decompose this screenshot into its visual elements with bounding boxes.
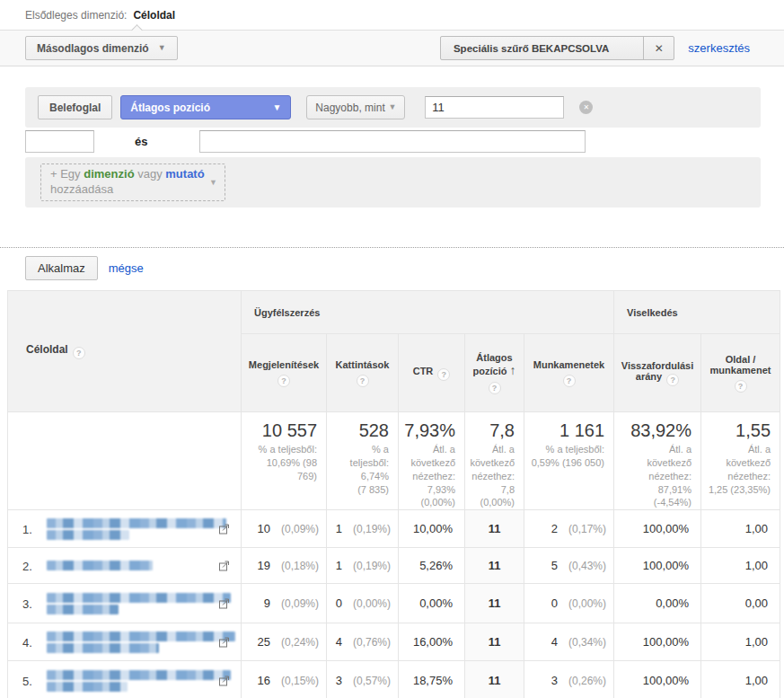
pages-per-session-label: Oldal / munkamenet (703, 354, 778, 376)
help-icon[interactable]: ? (735, 380, 747, 393)
sort-ascending-icon: ↑ (509, 363, 515, 377)
column-header-landing-page[interactable]: Céloldal? (8, 291, 242, 412)
impressions-cell: 25(0,24%) (242, 623, 327, 661)
group-header-acquisition: Ügyfélszerzés (242, 291, 614, 334)
clicks-value: 0 (336, 596, 342, 610)
apply-button[interactable]: Alkalmaz (25, 256, 98, 280)
help-icon[interactable]: ? (73, 347, 85, 359)
bounce-rate-cell: 100,00% (614, 548, 701, 584)
sessions-cell: 4(0,34%) (524, 623, 614, 661)
redacted-landing-page-link[interactable] (47, 632, 210, 653)
column-header-ctr[interactable]: CTR? (399, 334, 465, 412)
summary-impressions-value: 10 557 (245, 420, 317, 441)
edit-filter-link[interactable]: szerkesztés (688, 41, 750, 55)
avg-position-cell: 11 (465, 661, 524, 698)
summary-impressions-sub: % a teljesből: 10,69% (98 769) (245, 443, 317, 483)
primary-dimension-label: Elsődleges dimenzió: (25, 9, 127, 22)
sessions-pct: (0,34%) (558, 636, 606, 649)
group-header-behavior: Viselkedés (614, 291, 780, 334)
landing-page-cell: 1. (8, 510, 242, 548)
summary-ctr-value: 7,93% (402, 420, 455, 441)
impressions-value: 19 (258, 559, 270, 572)
group-header-row: Céloldal? Ügyfélszerzés Viselkedés (8, 291, 780, 334)
open-in-new-icon[interactable] (218, 523, 230, 535)
summary-avg-position-value: 7,8 (469, 420, 515, 441)
open-in-new-icon[interactable] (218, 636, 230, 648)
metric-select[interactable]: Átlagos pozíció ▼ (120, 95, 291, 119)
summary-clicks: 528 % a teljesből: 6,74% (7 835) (327, 412, 399, 510)
secondary-dimension-button[interactable]: Másodlagos dimenzió ▼ (25, 36, 178, 60)
avg-position-label-wrap: Átlagos pozíció↑ (467, 352, 522, 377)
column-header-clicks[interactable]: Kattintások ? (327, 334, 399, 412)
operator-select[interactable]: Nagyobb, mint ▼ (306, 95, 405, 119)
sessions-cell: 2(0,17%) (524, 510, 614, 548)
help-icon[interactable]: ? (437, 368, 450, 381)
help-icon[interactable]: ? (666, 374, 679, 386)
bounce-rate-cell: 100,00% (614, 623, 701, 661)
table-row: 2. 19(0,18%) 1(0,19%) 5,26% 11 5(0,43%) … (8, 548, 780, 584)
chevron-down-icon: ▼ (158, 44, 166, 52)
summary-sessions: 1 161 % a teljesből: 0,59% (196 050) (524, 412, 614, 510)
primary-dimension-value[interactable]: Céloldal (133, 9, 175, 22)
column-header-pages-per-session[interactable]: Oldal / munkamenet ? (701, 334, 780, 412)
row-number: 2. (22, 559, 32, 572)
redacted-landing-page-link[interactable] (47, 561, 210, 570)
include-button[interactable]: Belefoglal (38, 95, 112, 119)
sessions-pct: (0,17%) (558, 523, 606, 535)
summary-sessions-sub: % a teljesből: 0,59% (196 050) (528, 443, 604, 470)
clicks-cell: 3(0,57%) (327, 661, 399, 698)
summary-pps-value: 1,55 (705, 420, 771, 441)
open-in-new-icon[interactable] (218, 560, 230, 571)
column-header-avg-position[interactable]: Átlagos pozíció↑ ? (465, 334, 524, 412)
help-icon[interactable]: ? (357, 375, 369, 387)
summary-impressions: 10 557 % a teljesből: 10,69% (98 769) (242, 412, 327, 510)
summary-pps-sub: Átl. a következő nézethez: 1,25 (23,35%) (705, 443, 771, 496)
impressions-pct: (0,24%) (270, 636, 319, 649)
ctr-cell: 0,00% (399, 584, 465, 623)
redacted-landing-page-link[interactable] (47, 593, 210, 614)
clicks-value: 1 (336, 559, 342, 572)
open-in-new-icon[interactable] (218, 675, 230, 686)
add-prefix: + Egy (50, 167, 81, 181)
ctr-cell: 10,00% (399, 510, 465, 548)
summary-empty-cell (8, 412, 242, 510)
cancel-link[interactable]: mégse (109, 261, 144, 275)
help-icon[interactable]: ? (563, 375, 576, 387)
secondary-dimension-label: Másodlagos dimenzió (37, 42, 149, 55)
clear-filter-icon[interactable]: ✕ (579, 101, 593, 114)
pages-per-session-cell: 1,00 (701, 510, 780, 548)
sessions-cell: 3(0,26%) (524, 661, 614, 698)
redacted-landing-page-link[interactable] (47, 670, 210, 692)
add-dimension-metric-button[interactable]: + Egy dimenzió vagy mutató hozzáadása ▼ (40, 163, 225, 201)
pages-per-session-cell: 0,00 (701, 584, 780, 623)
filter-condition-row: Belefoglal Átlagos pozíció ▼ Nagyobb, mi… (25, 87, 761, 128)
sessions-value: 0 (551, 596, 558, 610)
and-left-input[interactable] (25, 130, 94, 153)
summary-ctr-sub: Átl. a következő nézethez: 7,93% (0,00%) (402, 443, 455, 509)
and-right-input[interactable] (199, 130, 586, 153)
impressions-cell: 9(0,09%) (242, 584, 327, 623)
add-condition-panel: + Egy dimenzió vagy mutató hozzáadása ▼ (25, 157, 761, 208)
sessions-pct: (0,26%) (558, 675, 606, 687)
help-icon[interactable]: ? (489, 382, 501, 394)
remove-filter-button[interactable]: ✕ (643, 37, 674, 59)
open-in-new-icon[interactable] (218, 597, 230, 609)
filter-value-input[interactable] (425, 96, 564, 119)
redacted-landing-page-link[interactable] (47, 518, 210, 540)
summary-avg-position: 7,8 Átl. a következő nézethez: 7,8 (0,00… (465, 412, 524, 510)
column-header-sessions[interactable]: Munkamenetek ? (524, 334, 614, 412)
impressions-cell: 16(0,15%) (242, 661, 327, 698)
avg-position-label: Átlagos pozíció (473, 352, 513, 376)
add-dimension-word: dimenzió (84, 167, 134, 181)
row-number: 4. (22, 635, 32, 649)
column-header-bounce-rate[interactable]: Visszafordulási arány? (614, 334, 701, 412)
column-header-impressions[interactable]: Megjelenítések ? (242, 334, 327, 412)
apply-label: Alkalmaz (38, 261, 85, 275)
help-icon[interactable]: ? (277, 375, 290, 387)
and-condition-row: és (25, 129, 761, 154)
row-number: 5. (22, 674, 32, 687)
row-number: 3. (22, 596, 32, 610)
avg-position-cell: 11 (465, 510, 524, 548)
avg-position-cell: 11 (465, 623, 524, 661)
clicks-cell: 1(0,19%) (327, 510, 399, 548)
